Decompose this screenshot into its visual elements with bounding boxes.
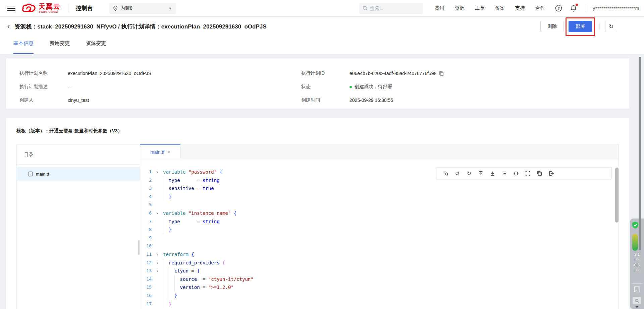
logo-title: 天翼云 bbox=[39, 3, 61, 10]
field-plan-id: 执行计划ID e06e4b7b-020c-4adf-85ad-24076776f… bbox=[301, 70, 616, 76]
copy-icon[interactable] bbox=[439, 71, 444, 76]
selection-corners-icon[interactable] bbox=[522, 168, 534, 178]
magnifier-tool-icon[interactable] bbox=[630, 297, 644, 304]
code-editor: main.tf × 1∨variable "password" {2type =… bbox=[140, 144, 619, 309]
field-label: 执行计划描述 bbox=[19, 84, 68, 90]
notification-bell-icon[interactable] bbox=[570, 5, 577, 12]
field-value: -- bbox=[68, 84, 71, 89]
tree-scrollbar[interactable] bbox=[138, 240, 140, 255]
field-plan-name: 执行计划名称 executionPlan_202509291630_oOdPJS bbox=[19, 70, 301, 76]
divider bbox=[632, 283, 642, 284]
field-label: 执行计划ID bbox=[301, 70, 350, 76]
fold-gutter bbox=[152, 184, 163, 193]
editor-tab-bar: main.tf × bbox=[140, 144, 619, 159]
code-area[interactable]: 1∨variable "password" {2type = string3se… bbox=[140, 159, 619, 309]
field-label: 创建时间 bbox=[301, 97, 350, 103]
fold-chevron-icon[interactable]: ∨ bbox=[152, 267, 163, 275]
line-number: 2 bbox=[140, 176, 152, 185]
template-panel: 模板（版本）：开通云硬盘-数量和时长参数（V3） 目录 main.tf main… bbox=[6, 118, 629, 309]
template-title: 模板（版本）：开通云硬盘-数量和时长参数（V3） bbox=[16, 118, 619, 134]
delete-button[interactable]: 删除 bbox=[540, 21, 564, 32]
nav-link-resources[interactable]: 资源 bbox=[454, 5, 465, 11]
hamburger-menu-icon[interactable] bbox=[7, 6, 15, 11]
code-line: 10 bbox=[140, 242, 619, 250]
file-tree-panel: 目录 main.tf bbox=[16, 144, 140, 309]
navbar-right: 费用 资源 工单 备案 支持 合作 ? y*******************… bbox=[359, 3, 639, 14]
code-line: 14source = "ctyun-it/ctyun" bbox=[140, 275, 619, 284]
format-align-icon[interactable] bbox=[498, 168, 510, 178]
field-label: 状态 bbox=[301, 84, 350, 90]
navbar-left: 天翼云 State Cloud 控制台 内蒙8 ▼ bbox=[5, 3, 176, 14]
help-icon[interactable]: ? bbox=[555, 5, 562, 12]
code-line: 7type = string bbox=[140, 218, 619, 226]
back-chevron-icon[interactable]: ‹ bbox=[7, 23, 10, 30]
cloud-logo-icon bbox=[21, 3, 36, 13]
fold-gutter bbox=[152, 201, 163, 209]
code-text: } bbox=[163, 292, 177, 300]
copy-code-icon[interactable] bbox=[534, 168, 545, 178]
screenshot-crop-icon[interactable] bbox=[630, 286, 644, 293]
download-icon[interactable] bbox=[487, 168, 498, 178]
code-line: 3sensitive = true bbox=[140, 184, 619, 193]
exit-fullscreen-icon[interactable] bbox=[545, 168, 557, 178]
nav-link-filing[interactable]: 备案 bbox=[495, 5, 505, 11]
deploy-button[interactable]: 部署 bbox=[569, 21, 592, 32]
code-text: type = string bbox=[163, 218, 220, 226]
region-selector[interactable]: 内蒙8 ▼ bbox=[109, 3, 176, 14]
tree-item-label: main.tf bbox=[36, 172, 49, 177]
code-text: terraform { bbox=[163, 250, 194, 259]
code-text: sensitive = true bbox=[163, 184, 214, 193]
line-number: 12 bbox=[140, 259, 152, 267]
fold-chevron-icon[interactable]: ∨ bbox=[152, 209, 163, 218]
nav-link-cooperation[interactable]: 合作 bbox=[535, 5, 545, 11]
nav-link-billing[interactable]: 费用 bbox=[434, 5, 444, 11]
tab-cost-changes[interactable]: 费用变更 bbox=[50, 36, 70, 54]
nav-link-support[interactable]: 支持 bbox=[515, 5, 525, 11]
fold-chevron-icon[interactable]: ∨ bbox=[152, 259, 163, 267]
username[interactable]: y********************m bbox=[593, 6, 639, 11]
code-lines: 1∨variable "password" {2type = string3se… bbox=[140, 168, 619, 308]
fold-gutter bbox=[152, 226, 163, 234]
close-tab-icon[interactable]: × bbox=[167, 149, 170, 154]
notification-badge bbox=[576, 4, 578, 6]
editor-tab-main-tf[interactable]: main.tf × bbox=[140, 144, 180, 159]
code-line: 16} bbox=[140, 292, 619, 300]
field-value: xinyu_test bbox=[68, 98, 89, 103]
line-number: 10 bbox=[140, 242, 152, 250]
line-number: 1 bbox=[140, 168, 152, 176]
search-in-code-icon[interactable] bbox=[440, 168, 451, 178]
refresh-button[interactable]: ↻ bbox=[605, 21, 617, 32]
line-number: 9 bbox=[140, 234, 152, 242]
scroll-to-top-icon[interactable] bbox=[475, 168, 487, 178]
global-search[interactable] bbox=[359, 3, 423, 14]
field-label: 创建人 bbox=[19, 97, 68, 103]
code-text: variable "password" { bbox=[163, 168, 222, 176]
fold-chevron-icon[interactable]: ∨ bbox=[152, 250, 163, 259]
search-input[interactable] bbox=[370, 6, 414, 11]
editor-scrollbar[interactable] bbox=[615, 168, 619, 223]
tab-resource-changes[interactable]: 资源变更 bbox=[86, 36, 106, 54]
divider bbox=[68, 4, 68, 13]
line-number: 8 bbox=[140, 226, 152, 234]
brand-logo[interactable]: 天翼云 State Cloud bbox=[21, 3, 61, 13]
fold-chevron-icon[interactable]: ∨ bbox=[152, 168, 163, 176]
code-text: variable "instance_name" { bbox=[163, 209, 236, 218]
code-line: 11∨terraform { bbox=[140, 250, 619, 259]
detail-tabs: 基本信息 费用变更 资源变更 bbox=[0, 36, 644, 54]
console-label[interactable]: 控制台 bbox=[76, 4, 93, 12]
shield-check-icon[interactable] bbox=[632, 221, 639, 229]
editor-tab-label: main.tf bbox=[150, 149, 164, 155]
code-line: 8} bbox=[140, 226, 619, 234]
tab-basic-info[interactable]: 基本信息 bbox=[13, 36, 34, 54]
file-tree-header: 目录 bbox=[17, 144, 140, 165]
redo-icon[interactable]: ↻ bbox=[463, 168, 475, 178]
page-scrollbar[interactable] bbox=[639, 57, 641, 250]
tree-item-main-tf[interactable]: main.tf bbox=[17, 167, 140, 181]
braces-icon[interactable]: {} bbox=[510, 168, 522, 178]
undo-icon[interactable]: ↺ bbox=[451, 168, 463, 178]
field-create-time: 创建时间 2025-09-29 16:30:55 bbox=[301, 97, 616, 103]
nav-link-tickets[interactable]: 工单 bbox=[475, 5, 485, 11]
upload-speed: 3.1 bbox=[630, 252, 644, 257]
line-number: 5 bbox=[140, 201, 152, 209]
collapse-triangle-icon[interactable] bbox=[635, 306, 639, 308]
